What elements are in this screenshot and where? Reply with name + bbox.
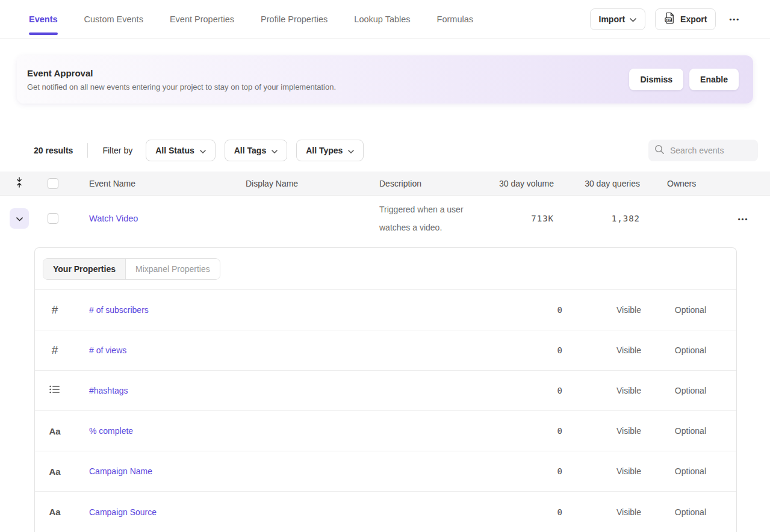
enable-button[interactable]: Enable — [689, 69, 739, 90]
tab-events[interactable]: Events — [29, 0, 58, 38]
property-requirement: Optional — [653, 386, 737, 395]
tab-lookup-tables[interactable]: Lookup Tables — [354, 0, 410, 38]
svg-text:csv: csv — [665, 18, 671, 22]
ellipsis-icon: ••• — [738, 215, 749, 223]
number-icon: # — [52, 303, 58, 317]
property-count: 0 — [503, 386, 563, 395]
property-visibility: Visible — [563, 305, 653, 315]
banner-text: Event Approval Get notified on all new e… — [27, 68, 336, 91]
chevron-down-icon — [272, 146, 278, 155]
tags-filter-dropdown[interactable]: All Tags — [225, 140, 287, 161]
row-more-options-button[interactable]: ••• — [734, 212, 753, 226]
events-table-header: Event Name Display Name Description 30 d… — [0, 172, 770, 196]
event-description: Triggered when a user watches a video. — [379, 200, 482, 237]
chevron-down-icon — [348, 146, 354, 155]
collapse-all-icon[interactable] — [15, 177, 23, 190]
tab-profile-properties[interactable]: Profile Properties — [261, 0, 328, 38]
property-visibility: Visible — [563, 507, 653, 517]
property-link[interactable]: #hashtags — [75, 386, 128, 395]
tab-mixpanel-properties[interactable]: Mixpanel Properties — [125, 259, 220, 279]
chevron-down-icon — [630, 14, 636, 24]
property-requirement: Optional — [653, 305, 737, 315]
active-tab-underline — [29, 32, 58, 35]
event-properties-panel: Your Properties Mixpanel Properties # # … — [34, 247, 737, 532]
property-requirement: Optional — [653, 426, 737, 436]
header-30-day-queries: 30 day queries — [554, 179, 640, 188]
properties-tab-group: Your Properties Mixpanel Properties — [43, 258, 220, 280]
property-row: # # of views 0 Visible Optional — [35, 330, 736, 371]
banner-title: Event Approval — [27, 68, 336, 78]
select-all-checkbox[interactable] — [48, 178, 58, 189]
search-box — [648, 140, 758, 161]
more-options-button[interactable]: ••• — [725, 12, 744, 26]
tab-custom-events[interactable]: Custom Events — [84, 0, 143, 38]
property-row: #hashtags 0 Visible Optional — [35, 371, 736, 411]
list-icon — [49, 385, 60, 396]
status-filter-dropdown[interactable]: All Status — [146, 140, 216, 161]
property-visibility: Visible — [563, 426, 653, 436]
results-count: 20 results — [34, 146, 73, 155]
header-30-day-volume: 30 day volume — [494, 179, 554, 188]
text-icon: Aa — [49, 426, 60, 436]
banner-description: Get notified on all new events entering … — [27, 82, 336, 91]
property-requirement: Optional — [653, 507, 737, 517]
header-event-name: Event Name — [67, 179, 224, 188]
property-row: Aa % complete 0 Visible Optional — [35, 411, 736, 451]
chevron-down-icon — [200, 146, 206, 155]
tab-event-properties-label: Event Properties — [170, 14, 234, 24]
dismiss-button[interactable]: Dismiss — [629, 69, 683, 90]
chevron-down-icon — [16, 214, 23, 223]
status-filter-label: All Status — [155, 146, 194, 155]
header-description: Description — [358, 179, 494, 188]
event-row-watch-video: Watch Video Triggered when a user watche… — [0, 196, 770, 241]
text-icon: Aa — [49, 466, 60, 477]
property-link[interactable]: Campaign Name — [75, 466, 152, 476]
property-link[interactable]: Campaign Source — [75, 507, 157, 517]
types-filter-label: All Types — [306, 146, 343, 155]
export-button[interactable]: csv Export — [655, 8, 716, 30]
csv-file-icon: csv — [664, 12, 675, 26]
text-icon: Aa — [49, 507, 60, 517]
property-visibility: Visible — [563, 466, 653, 476]
import-button[interactable]: Import — [590, 8, 646, 30]
tab-event-properties[interactable]: Event Properties — [170, 0, 234, 38]
types-filter-dropdown[interactable]: All Types — [296, 140, 364, 161]
property-link[interactable]: # of subscribers — [75, 305, 149, 315]
property-visibility: Visible — [563, 345, 653, 355]
property-requirement: Optional — [653, 345, 737, 355]
header-display-name: Display Name — [224, 179, 358, 188]
filter-by-label: Filter by — [102, 146, 132, 155]
property-row: # # of subscribers 0 Visible Optional — [35, 290, 736, 330]
row-checkbox[interactable] — [48, 213, 58, 224]
event-30-day-queries: 1,382 — [554, 214, 640, 223]
lexicon-tabs: Events Custom Events Event Properties Pr… — [29, 0, 473, 38]
property-link[interactable]: % complete — [75, 426, 133, 436]
filter-bar: 20 results Filter by All Status All Tags… — [34, 140, 758, 161]
property-count: 0 — [503, 426, 563, 436]
banner-actions: Dismiss Enable — [629, 69, 739, 90]
header-owners: Owners — [640, 179, 716, 188]
tab-formulas-label: Formulas — [437, 14, 473, 24]
property-count: 0 — [503, 345, 563, 355]
tab-your-properties[interactable]: Your Properties — [43, 259, 125, 279]
search-input[interactable] — [670, 146, 752, 155]
collapse-row-button[interactable] — [10, 208, 29, 229]
property-count: 0 — [503, 507, 563, 517]
event-approval-banner: Event Approval Get notified on all new e… — [17, 55, 753, 104]
ellipsis-icon: ••• — [729, 16, 740, 23]
search-icon — [654, 144, 665, 157]
tab-formulas[interactable]: Formulas — [437, 0, 473, 38]
tab-lookup-tables-label: Lookup Tables — [354, 14, 410, 24]
nav-actions: Import csv Export ••• — [590, 0, 744, 38]
property-row: Aa Campaign Source 0 Visible Optional — [35, 492, 736, 532]
tab-events-label: Events — [29, 14, 58, 24]
import-button-label: Import — [599, 14, 626, 24]
properties-tabs-bar: Your Properties Mixpanel Properties — [35, 248, 736, 290]
property-link[interactable]: # of views — [75, 345, 126, 355]
export-button-label: Export — [680, 14, 707, 24]
top-nav: Events Custom Events Event Properties Pr… — [0, 0, 770, 39]
number-icon: # — [52, 344, 58, 357]
property-visibility: Visible — [563, 386, 653, 395]
event-name-link[interactable]: Watch Video — [89, 214, 138, 223]
tab-profile-properties-label: Profile Properties — [261, 14, 328, 24]
